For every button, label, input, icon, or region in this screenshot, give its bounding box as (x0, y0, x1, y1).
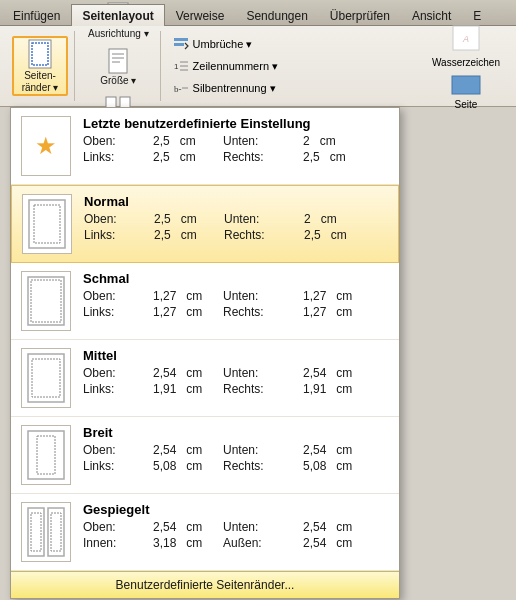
tab-e[interactable]: E (462, 4, 492, 26)
ausrichtung-label: Ausrichtung ▾ (88, 28, 149, 39)
tab-ansicht[interactable]: Ansicht (401, 4, 462, 26)
ribbon-group-watermark: A Wasserzeichen Seite (422, 31, 510, 101)
groesse-icon (104, 47, 132, 75)
svg-text:1: 1 (174, 62, 179, 71)
wasserzeichen-icon: A (450, 22, 482, 57)
seite-label: Seite (455, 99, 478, 110)
svg-rect-13 (174, 43, 184, 46)
mittel-measurements: Oben: 2,54 cm Unten: 2,54 cm Links: 1,91… (83, 366, 389, 396)
seite-button[interactable]: Seite (446, 72, 486, 112)
gespiegelt-measurements: Oben: 2,54 cm Unten: 2,54 cm Innen: 3,18… (83, 520, 389, 550)
margin-item-breit[interactable]: Breit Oben: 2,54 cm Unten: 2,54 cm Links… (11, 417, 399, 494)
letzte-links-val: 2,5 cm (153, 150, 223, 164)
tab-ueberprufen[interactable]: Überprüfen (319, 4, 401, 26)
margin-item-schmal[interactable]: Schmal Oben: 1,27 cm Unten: 1,27 cm Link… (11, 263, 399, 340)
svg-rect-27 (28, 354, 64, 402)
svg-rect-31 (28, 508, 44, 556)
seitenraender-icon (24, 38, 56, 70)
seite-icon (450, 74, 482, 99)
svg-rect-25 (28, 277, 64, 325)
svg-rect-29 (28, 431, 64, 479)
normal-icon (22, 194, 72, 254)
ribbon-body: Seiten-ränder ▾ Ausrichtung ▾ (0, 26, 516, 106)
svg-text:b-: b- (174, 84, 182, 94)
tab-verweise[interactable]: Verweise (165, 4, 236, 26)
wasserzeichen-label: Wasserzeichen (432, 57, 500, 68)
silbentrennung-button[interactable]: b- Silbentrennung ▾ (169, 78, 420, 98)
letzte-links-label: Links: (83, 150, 153, 164)
gespiegelt-name: Gespiegelt (83, 502, 389, 517)
tab-sendungen[interactable]: Sendungen (235, 4, 318, 26)
margins-dropdown: ★ Letzte benutzerdefinierte Einstellung … (10, 107, 400, 599)
letzte-details: Letzte benutzerdefinierte Einstellung Ob… (83, 116, 389, 164)
margin-item-normal[interactable]: Normal Oben: 2,5 cm Unten: 2 cm Links: 2… (11, 185, 399, 263)
letzte-measurements: Oben: 2,5 cm Unten: 2 cm Links: 2,5 cm R… (83, 134, 389, 164)
margin-item-gespiegelt[interactable]: Gespiegelt Oben: 2,54 cm Unten: 2,54 cm … (11, 494, 399, 571)
groesse-label: Größe ▾ (100, 75, 136, 86)
gespiegelt-details: Gespiegelt Oben: 2,54 cm Unten: 2,54 cm … (83, 502, 389, 550)
mittel-name: Mittel (83, 348, 389, 363)
letzte-oben-val: 2,5 cm (153, 134, 223, 148)
margin-item-letzte[interactable]: ★ Letzte benutzerdefinierte Einstellung … (11, 108, 399, 185)
groesse-button[interactable]: Größe ▾ (95, 44, 141, 89)
seitenraender-label: Seiten-ränder ▾ (22, 70, 59, 94)
custom-margins-label: Benutzerdefinierte Seitenränder... (116, 578, 295, 592)
letzte-unten-val: 2 cm (303, 134, 373, 148)
ribbon-tabs: Einfügen Seitenlayout Verweise Sendungen… (0, 0, 516, 26)
letzte-unten-label: Unten: (223, 134, 303, 148)
silbentrennung-label: Silbentrennung ▾ (193, 82, 276, 95)
zeilennummern-button[interactable]: 1 Zeilennummern ▾ (169, 56, 420, 76)
svg-rect-22 (452, 76, 480, 94)
umbrueche-icon (173, 36, 189, 52)
letzte-oben-label: Oben: (83, 134, 153, 148)
tab-einfuegen[interactable]: Einfügen (2, 4, 71, 26)
svg-text:A: A (462, 34, 469, 44)
svg-rect-32 (48, 508, 64, 556)
breit-measurements: Oben: 2,54 cm Unten: 2,54 cm Links: 5,08… (83, 443, 389, 473)
silbentrennung-icon: b- (173, 80, 189, 96)
schmal-measurements: Oben: 1,27 cm Unten: 1,27 cm Links: 1,27… (83, 289, 389, 319)
breit-details: Breit Oben: 2,54 cm Unten: 2,54 cm Links… (83, 425, 389, 473)
normal-name: Normal (84, 194, 388, 209)
zeilennummern-icon: 1 (173, 58, 189, 74)
breit-name: Breit (83, 425, 389, 440)
ribbon-group-margins: Seiten-ränder ▾ (6, 31, 75, 101)
letzte-rechts-label: Rechts: (223, 150, 303, 164)
tab-seitenlayout[interactable]: Seitenlayout (71, 4, 164, 26)
custom-margins-button[interactable]: Benutzerdefinierte Seitenränder... (11, 571, 399, 598)
seitenraender-button[interactable]: Seiten-ränder ▾ (12, 36, 68, 96)
svg-rect-12 (174, 38, 188, 41)
letzte-icon: ★ (21, 116, 71, 176)
mittel-details: Mittel Oben: 2,54 cm Unten: 2,54 cm Link… (83, 348, 389, 396)
svg-rect-6 (109, 49, 127, 73)
ribbon-group-text: Umbrüche ▾ 1 Zeilennummern ▾ b- (163, 34, 420, 98)
ribbon: Einfügen Seitenlayout Verweise Sendungen… (0, 0, 516, 107)
margin-item-mittel[interactable]: Mittel Oben: 2,54 cm Unten: 2,54 cm Link… (11, 340, 399, 417)
umbrueche-label: Umbrüche ▾ (193, 38, 253, 51)
schmal-icon (21, 271, 71, 331)
gespiegelt-icon (21, 502, 71, 562)
breit-icon (21, 425, 71, 485)
star-icon: ★ (35, 132, 57, 160)
ribbon-group-page: Ausrichtung ▾ Größe ▾ (77, 31, 161, 101)
letzte-name: Letzte benutzerdefinierte Einstellung (83, 116, 389, 131)
wasserzeichen-button[interactable]: A Wasserzeichen (428, 20, 504, 70)
mittel-icon (21, 348, 71, 408)
normal-details: Normal Oben: 2,5 cm Unten: 2 cm Links: 2… (84, 194, 388, 242)
schmal-name: Schmal (83, 271, 389, 286)
zeilennummern-label: Zeilennummern ▾ (193, 60, 278, 73)
normal-measurements: Oben: 2,5 cm Unten: 2 cm Links: 2,5 cm R… (84, 212, 388, 242)
umbrueche-button[interactable]: Umbrüche ▾ (169, 34, 420, 54)
schmal-details: Schmal Oben: 1,27 cm Unten: 1,27 cm Link… (83, 271, 389, 319)
letzte-rechts-val: 2,5 cm (303, 150, 373, 164)
